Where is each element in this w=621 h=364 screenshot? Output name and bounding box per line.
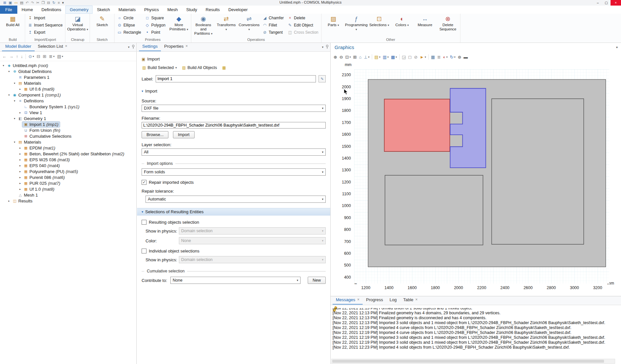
chamfer-button[interactable]: ◢Chamfer [261,14,285,21]
new-button[interactable]: New [308,277,326,284]
tree-item[interactable]: ▸▦EPDM(mat1) [0,145,136,151]
zoom-box-icon[interactable]: ⊡▾ [344,54,352,60]
ellipse-button[interactable]: ⊙Ellipse [115,22,143,28]
close-icon[interactable]: × [65,44,67,48]
import-section-header[interactable]: ▾ Import [137,88,330,95]
horizontal-scrollbar[interactable] [331,359,615,364]
repair-imported-objects-checkbox[interactable] [142,180,147,185]
image-effects-icon[interactable]: ▩▾ [390,54,398,60]
import-button[interactable]: Import [173,131,194,138]
fillet-button[interactable]: ◠Fillet [261,22,285,28]
redo-icon[interactable]: ↷ [31,0,34,5]
panel-menu-icon[interactable]: ▾ [322,45,323,49]
paste-icon[interactable]: ⊟ [47,0,50,5]
color-scheme-icon[interactable]: ◐▾ [442,54,449,60]
select-mode-icon[interactable]: ►▾ [419,54,427,60]
rectangle-button[interactable]: ▭Rectangle [115,29,143,36]
programming-button[interactable]: ƒProgramming ▾ [345,14,368,35]
messages-tab-progress[interactable]: Progress [363,295,386,305]
menu-tab-study[interactable]: Study [182,6,201,14]
grid-icon[interactable]: ▦ [430,54,436,60]
tree-item[interactable]: ∟Boundary System 1(sys1) [0,104,136,110]
zoom-in-icon[interactable]: ⊕ [333,54,338,60]
model-builder-tab-model-builder[interactable]: Model Builder [2,42,35,51]
expander-icon[interactable]: ▸ [18,111,22,114]
menu-tab-file[interactable]: File [0,6,17,14]
expander-icon[interactable]: ▾ [1,64,6,67]
expander-icon[interactable]: ▸ [18,164,22,167]
sketch-button[interactable]: ✎Sketch [91,14,113,35]
expander-icon[interactable]: ▸ [18,176,22,179]
forward-icon[interactable]: → [8,53,14,60]
scene-refresh-icon[interactable]: ↻▾ [449,54,457,60]
tree-item[interactable]: πParameters 1 [0,74,136,80]
circle-button[interactable]: ○Circle [115,14,143,21]
repair-tolerance-select[interactable]: Automatic ▾ [146,196,326,203]
import-button[interactable]: ↧Import [26,14,64,21]
import-options-select[interactable]: Form solids ▾ [142,168,326,176]
expand-all-icon[interactable]: ⊞ [42,53,47,60]
close-button[interactable]: × [611,0,621,6]
down-icon[interactable]: ↓ [20,53,24,60]
tree-item[interactable]: ▸⊡View 1 [0,110,136,115]
tree-item[interactable]: ▸▦EPS 040(mat4) [0,163,136,168]
expander-icon[interactable]: ▸ [18,170,22,173]
model-tree-order-icon[interactable]: ≣▾ [48,53,56,60]
expander-icon[interactable]: ▾ [12,141,17,144]
menu-tab-results[interactable]: Results [201,6,224,14]
colors-button[interactable]: ◐Colors ▾ [391,14,413,35]
geometry-right-domain[interactable] [492,99,584,244]
tree-item[interactable]: ▾≡Definitions [0,98,136,104]
layer-selection-select[interactable]: All ▾ [142,148,326,156]
expander-icon[interactable]: ▾ [12,117,17,120]
scrollbar-thumb[interactable] [332,360,604,363]
maximize-button[interactable]: ▢ [602,0,611,6]
model-builder-tab-selection-list[interactable]: Selection List× [35,42,71,51]
undo-icon[interactable]: ↶ [26,0,28,5]
tree-item[interactable]: ▾▤Materials [0,80,136,86]
open-folder-icon[interactable]: ▭ [14,0,18,5]
menu-tab-home[interactable]: Home [17,6,37,14]
delete-sequence-button[interactable]: ⊗Delete Sequence [437,14,459,35]
app-window-icon[interactable]: ⊞ [3,0,6,5]
save-icon[interactable]: ▣ [9,0,12,5]
source-select[interactable]: DXF file ▾ [142,105,326,112]
print-icon[interactable]: ▤ [20,0,23,5]
label-edit-icon[interactable]: ✎ [319,75,326,82]
wireframe-icon[interactable]: ◻ [407,54,413,60]
menu-tab-physics[interactable]: Physics [140,6,163,14]
axis-orientation-icon[interactable]: ⊥▾ [363,54,371,60]
tree-item[interactable]: ▸▦PUR 025(mat7) [0,180,136,186]
tree-item[interactable]: ▸▦Uf 0.6(mat9) [0,86,136,92]
filename-input[interactable] [142,122,326,129]
collapse-all-icon[interactable]: ⊟ [36,53,41,60]
menu-tab-materials[interactable]: Materials [114,6,140,14]
geometry-blue-profile-domain[interactable] [450,88,486,168]
refresh-icon[interactable]: ↻ [52,0,55,5]
expander-icon[interactable]: ▸ [18,152,22,155]
snapshot-icon[interactable]: ⊚ [457,54,462,60]
expander-icon[interactable]: ▸ [18,158,22,161]
back-icon[interactable]: ← [1,53,8,60]
build-selected-button[interactable]: ▧ Build Selected ▾ [142,65,178,71]
selections-section-header[interactable]: ▾ Selections of Resulting Entities [137,208,330,216]
point-button[interactable]: •Point [143,29,167,36]
expander-icon[interactable]: ▾ [12,82,17,85]
delete-button[interactable]: ×Delete [286,14,320,21]
minimize-button[interactable]: – [594,0,602,6]
show-options-icon[interactable]: ⊙▾ [27,53,35,60]
expander-icon[interactable]: ▾ [12,99,17,102]
tree-item[interactable]: ▾▤Materials [0,139,136,145]
panel-menu-icon[interactable]: ▾ [128,45,129,49]
conversions-button[interactable]: ⇌Conversions ▾ [238,14,260,35]
settings-tab-settings[interactable]: Settings [139,42,161,51]
pin-icon[interactable] [132,45,135,49]
transforms-button[interactable]: ⇄Transforms ▾ [215,14,237,35]
tree-item[interactable]: ▾◉Component 1(comp1) [0,92,136,98]
individual-object-selections-checkbox[interactable] [142,249,147,253]
expander-icon[interactable]: ▸ [7,199,11,202]
export-button[interactable]: ↥Export [26,29,64,36]
messages-tab-log[interactable]: Log [386,295,400,305]
booleans-and-partitions-button[interactable]: ◉Booleans and Partitions ▾ [192,14,215,36]
tree-item[interactable]: ▾⊕Global Definitions [0,68,136,74]
